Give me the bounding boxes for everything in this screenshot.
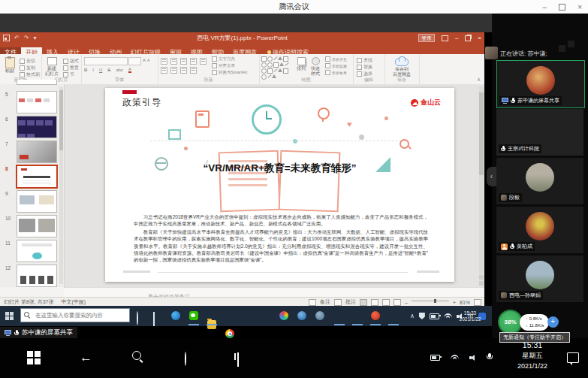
quick-styles-button[interactable]: 快速 样式 bbox=[309, 57, 322, 77]
participant-tile-screen-share[interactable]: 苏中谦的屏幕共享 bbox=[496, 60, 585, 108]
list-buttons[interactable] bbox=[161, 58, 207, 65]
new-slide-button[interactable]: 新建 幻灯片 bbox=[42, 57, 62, 77]
action-center-icon[interactable] bbox=[567, 352, 579, 363]
strikethrough-button[interactable]: S bbox=[107, 68, 110, 72]
fit-to-window-icon[interactable] bbox=[474, 299, 481, 306]
text-direction-button[interactable]: 文字方向 bbox=[212, 56, 235, 62]
wifi-icon[interactable] bbox=[451, 355, 459, 361]
zoom-in-label[interactable]: + bbox=[453, 300, 456, 305]
thumbnail-item[interactable]: 11 bbox=[0, 239, 64, 264]
next-slide-button[interactable] bbox=[479, 281, 484, 286]
thumbnail-item[interactable]: 7 bbox=[0, 140, 64, 165]
battery-icon[interactable] bbox=[430, 355, 440, 361]
font-style-buttons[interactable]: B I U S abc A bbox=[84, 67, 135, 73]
bold-button[interactable]: B bbox=[84, 68, 87, 72]
font-color-button[interactable]: A bbox=[128, 67, 131, 73]
thumbnail-slide-8[interactable] bbox=[16, 165, 58, 189]
italic-button[interactable]: I bbox=[92, 68, 94, 72]
taskbar-clock[interactable]: 15:31 星期五 2021/1/22 bbox=[505, 340, 559, 370]
wifi-icon[interactable] bbox=[444, 313, 452, 319]
maximize-icon[interactable] bbox=[559, 4, 565, 11]
taskbar-icon-netease-music[interactable] bbox=[371, 311, 380, 320]
layout-button[interactable]: 版式 bbox=[63, 58, 79, 65]
battery-icon[interactable] bbox=[430, 313, 439, 319]
speaker-icon[interactable] bbox=[469, 354, 476, 361]
slideshow-view-button[interactable] bbox=[394, 299, 401, 306]
ppt-restore-icon[interactable] bbox=[465, 35, 471, 41]
start-button[interactable] bbox=[27, 351, 41, 364]
zoom-slider[interactable] bbox=[412, 301, 449, 301]
widget-expand-button[interactable]: + bbox=[547, 316, 559, 328]
thumbnail-item[interactable]: 5 bbox=[0, 90, 64, 115]
thumbnail-item[interactable]: 12 bbox=[0, 264, 64, 289]
replace-button[interactable]: 替换 bbox=[357, 64, 372, 71]
slide-sorter-view-button[interactable] bbox=[371, 299, 378, 306]
notes-toggle-icon[interactable] bbox=[309, 299, 316, 306]
zoom-percent[interactable]: 81% bbox=[460, 300, 470, 305]
task-view-button[interactable] bbox=[237, 353, 239, 367]
taskbar-icon-browser-2[interactable] bbox=[315, 311, 324, 320]
thumbnail-slide-11[interactable] bbox=[17, 240, 57, 262]
network-monitor-widget[interactable]: 38% ↑ 0.8K/s ↓ 11.8K/s + bbox=[498, 310, 559, 334]
task-view-button[interactable] bbox=[153, 313, 155, 326]
ppt-minimize-icon[interactable]: – bbox=[455, 35, 458, 41]
collapse-ribbon-icon[interactable]: ∧ bbox=[477, 77, 481, 83]
thumbnail-slide-6[interactable] bbox=[17, 116, 57, 138]
shape-effects-button[interactable]: 形状效果 bbox=[325, 70, 347, 75]
participant-tile[interactable]: 西电—孙翠娟 bbox=[496, 256, 583, 302]
tray-expand-icon[interactable]: ∧ bbox=[410, 313, 415, 319]
zoom-out-icon[interactable]: – bbox=[405, 300, 408, 305]
participant-tile[interactable]: 黄柏成 bbox=[496, 207, 583, 253]
slide[interactable]: 政策引导 金山云 ♥ ♪ bbox=[105, 88, 454, 282]
notes-pane[interactable]: 单击此处添加备注 bbox=[64, 287, 484, 298]
microphone-icon[interactable] bbox=[487, 353, 492, 361]
ribbon-options-icon[interactable] bbox=[442, 35, 448, 41]
thumbnail-item[interactable]: 10 bbox=[0, 214, 64, 239]
notes-toggle[interactable]: 备注 bbox=[320, 298, 330, 306]
align-buttons[interactable] bbox=[161, 67, 197, 74]
paste-button[interactable]: 粘贴 bbox=[2, 57, 17, 74]
taskbar-icon-chrome[interactable] bbox=[225, 329, 234, 338]
thumbnail-item[interactable]: 6 bbox=[0, 115, 64, 140]
thumbnail-slide-12[interactable] bbox=[17, 265, 57, 287]
smartart-button[interactable]: 转换为SmartArt bbox=[212, 70, 247, 75]
close-icon[interactable]: × bbox=[577, 3, 582, 11]
cut-button[interactable]: 剪切 bbox=[20, 58, 35, 65]
grow-shrink-font-buttons[interactable]: AA bbox=[143, 58, 149, 62]
align-text-button[interactable]: 对齐文本 bbox=[212, 63, 235, 68]
minimize-icon[interactable]: – bbox=[543, 3, 547, 11]
thumbnail-item-selected[interactable]: 8 bbox=[0, 165, 64, 189]
underline-button[interactable]: U bbox=[99, 68, 102, 72]
save-to-netdisk-button[interactable]: 保存到 百度网盘 bbox=[388, 58, 415, 77]
comments-toggle-icon[interactable] bbox=[334, 299, 342, 306]
cortana-button[interactable] bbox=[137, 312, 138, 325]
login-button[interactable]: 登录 bbox=[418, 34, 435, 42]
taskbar-search-box[interactable] bbox=[20, 308, 130, 322]
previous-slide-button[interactable] bbox=[479, 275, 484, 280]
taskbar-icon-browser[interactable] bbox=[297, 311, 306, 320]
thumbnail-slide-5[interactable] bbox=[17, 91, 57, 113]
reset-button[interactable]: 重置 bbox=[63, 65, 79, 71]
participant-tile[interactable]: 段毅 bbox=[496, 158, 583, 204]
shape-fill-button[interactable]: 形状填充 bbox=[325, 56, 347, 62]
taskbar-icon-color-wheel[interactable] bbox=[279, 311, 288, 320]
clear-format-button[interactable]: abc bbox=[116, 68, 123, 72]
ppt-close-icon[interactable]: × bbox=[478, 35, 481, 41]
taskbar-icon-edge[interactable] bbox=[171, 311, 180, 320]
comments-toggle[interactable]: 批注 bbox=[345, 298, 356, 306]
taskbar-icon-wechat[interactable] bbox=[189, 311, 198, 320]
sidebar-collapse-handle[interactable]: ‹ bbox=[487, 167, 496, 186]
thumbnail-slide-7[interactable] bbox=[17, 141, 57, 163]
slide-thumbnail-panel[interactable]: 5 6 7 8 9 bbox=[0, 84, 65, 287]
search-input[interactable] bbox=[34, 311, 126, 319]
thumbnail-slide-9[interactable] bbox=[17, 190, 57, 213]
shape-outline-button[interactable]: 形状轮廓 bbox=[325, 63, 347, 68]
taskbar-clock[interactable]: 15:33 2021/1/22 bbox=[457, 310, 484, 323]
start-button[interactable] bbox=[5, 312, 14, 320]
normal-view-button[interactable] bbox=[360, 299, 367, 306]
copy-button[interactable]: 复制 bbox=[20, 65, 35, 71]
canvas-scrollbar[interactable] bbox=[479, 86, 484, 274]
arrange-button[interactable]: 排列 bbox=[295, 57, 307, 71]
font-name-select[interactable] bbox=[84, 57, 128, 65]
thumbnail-slide-10[interactable] bbox=[17, 215, 57, 237]
